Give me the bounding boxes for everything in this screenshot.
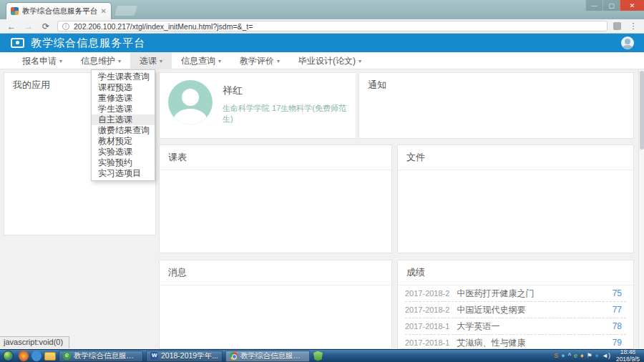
menu-item[interactable]: 选课 ▾ [130, 52, 172, 69]
user-avatar-icon[interactable] [621, 36, 634, 49]
media-player-icon[interactable] [19, 351, 29, 361]
menu-item-label: 教学评价 [240, 55, 274, 67]
caret-down-icon: ▾ [218, 58, 221, 64]
grade-row[interactable]: 2017-2018-2 中国近现代史纲要 77 [405, 302, 626, 318]
grade-term: 2017-2018-1 [405, 338, 449, 347]
grade-term: 2017-2018-2 [405, 305, 449, 314]
tray-icon[interactable]: ● [561, 353, 565, 359]
page-info-icon[interactable]: i [62, 23, 69, 30]
dropdown-item[interactable]: 缴费结果查询 [92, 125, 155, 136]
timetable-panel: 课表 [159, 145, 392, 253]
taskbar-window-label: 教学综合信息服务平... [240, 351, 306, 361]
dropdown-item[interactable]: 实习选项目 [92, 168, 155, 179]
explorer-folder-icon[interactable] [44, 352, 56, 361]
grade-course: 中国近现代史纲要 [457, 304, 612, 316]
tray-icon[interactable]: ♦ [580, 353, 584, 359]
close-icon[interactable]: ✕ [620, 0, 644, 11]
refresh-icon[interactable]: ⟳ [40, 21, 52, 32]
dropdown-item[interactable]: 教材预定 [92, 136, 155, 147]
address-bar[interactable]: i 202.206.100.217/xtgl/index_initMenu.ht… [57, 21, 608, 31]
menu-item-label: 信息查询 [181, 55, 215, 67]
profile-avatar [168, 80, 213, 124]
menu-item[interactable]: 教学评价 ▾ [230, 52, 289, 69]
grade-score: 77 [613, 305, 622, 315]
windows-taskbar: 教学综合信息服务平台 2018-2019学年... 教学综合信息服务平... S… [0, 349, 644, 362]
files-title: 文件 [398, 145, 633, 170]
browser-tabstrip: 教学综合信息服务平台 ✕ — ▢ ✕ [0, 0, 644, 19]
grades-title: 成绩 [398, 260, 633, 285]
screenshot-root: 教学综合信息服务平台 ✕ — ▢ ✕ ← → ⟳ i 202.206.100.2… [0, 0, 644, 362]
back-icon[interactable]: ← [6, 21, 17, 32]
browser-tab[interactable]: 教学综合信息服务平台 ✕ [6, 2, 112, 19]
dropdown-item[interactable]: 学生选课 [92, 104, 155, 114]
menu-item[interactable]: 报名申请 ▾ [13, 52, 72, 69]
menu-item[interactable]: 信息查询 ▾ [172, 52, 230, 69]
student-name: 祥红 [223, 84, 347, 97]
scrollbar-thumb[interactable] [640, 71, 644, 150]
grade-course: 艾滋病、性与健康 [457, 337, 612, 349]
clock-date: 2018/9/5 [616, 356, 640, 362]
menu-item[interactable]: 信息维护 ▾ [72, 52, 130, 69]
messages-panel: 消息 [159, 260, 392, 349]
tray-icon[interactable]: ◄) [602, 353, 610, 359]
platform-logo-icon [11, 38, 24, 48]
caret-down-icon: ▾ [118, 58, 121, 64]
dropdown-item[interactable]: 自主选课 [92, 114, 155, 125]
window-controls: — ▢ ✕ [585, 0, 644, 11]
new-tab-button[interactable] [114, 6, 138, 16]
app-header: 教学综合信息服务平台 [0, 34, 644, 52]
link-status-bar: javascript:void(0) [0, 336, 69, 348]
extension-icon[interactable] [613, 22, 621, 30]
page-scrollbar[interactable] [638, 69, 644, 349]
start-button-icon[interactable] [3, 351, 14, 361]
taskbar-clock[interactable]: 18:48 2018/9/5 [616, 349, 640, 362]
taskbar-buttons: 教学综合信息服务平台 2018-2019学年... 教学综合信息服务平... [57, 351, 311, 362]
chrome-menu-icon[interactable]: ⋮ [628, 21, 638, 31]
grades-panel: 成绩 2017-2018-2 中医药打开健康之门 75 2017-2018-2 … [397, 260, 634, 349]
grade-course: 大学英语一 [457, 321, 612, 333]
tray-icon[interactable]: ^ [568, 353, 571, 359]
dropdown-item[interactable]: 课程预选 [92, 82, 155, 93]
forward-icon[interactable]: → [23, 21, 34, 32]
grade-term: 2017-2018-2 [405, 289, 449, 298]
maximize-icon[interactable]: ▢ [602, 0, 620, 11]
taskbar-window-label: 教学综合信息服务平台 [74, 351, 139, 361]
taskbar-window-button[interactable]: 教学综合信息服务平... [225, 351, 310, 362]
dropdown-item[interactable]: 实验预约 [92, 157, 155, 168]
taskbar-app-icon [150, 352, 158, 360]
taskbar-window-label: 2018-2019学年... [161, 351, 218, 361]
menu-item-label: 选课 [140, 55, 157, 67]
tray-icon[interactable]: e [574, 353, 577, 359]
menu-item[interactable]: 毕业设计(论文) ▾ [289, 52, 371, 69]
caret-down-icon: ▾ [358, 58, 361, 64]
timetable-title: 课表 [160, 145, 391, 170]
messenger-icon[interactable] [31, 351, 42, 361]
dropdown-item[interactable]: 学生课表查询 [92, 72, 155, 82]
tray-icon[interactable]: ⚑ [586, 353, 592, 359]
system-tray: S●^e♦⚑●◄) 18:48 2018/9/5 [552, 349, 644, 362]
antivirus-shield-icon[interactable] [313, 351, 323, 361]
taskbar-window-button[interactable]: 2018-2019学年... [146, 351, 223, 362]
tab-close-icon[interactable]: ✕ [101, 7, 107, 15]
student-class: 生命科学学院 17生物科学(免费师范生) [223, 103, 347, 124]
main-menubar: 报名申请 ▾ 信息维护 ▾ 选课 ▾ 信息查询 ▾ 教学评价 ▾ 毕业设计(论文… [0, 52, 644, 69]
caret-down-icon: ▾ [277, 58, 280, 64]
grade-term: 2017-2018-1 [405, 322, 449, 331]
menu-item-label: 毕业设计(论文) [298, 55, 356, 67]
dropdown-item[interactable]: 重修选课 [92, 93, 155, 104]
minimize-icon[interactable]: — [585, 0, 602, 11]
grade-score: 78 [613, 321, 622, 331]
taskbar-app-icon [63, 352, 71, 360]
tray-icon[interactable]: S [554, 353, 558, 359]
app-title: 教学综合信息服务平台 [31, 36, 145, 50]
grade-row[interactable]: 2017-2018-1 大学英语一 78 [405, 318, 626, 335]
messages-title: 消息 [160, 260, 391, 285]
grade-row[interactable]: 2017-2018-1 艾滋病、性与健康 79 [405, 335, 626, 349]
tray-icon[interactable]: ● [595, 353, 599, 359]
browser-toolbar: ← → ⟳ i 202.206.100.217/xtgl/index_initM… [0, 19, 644, 34]
caret-down-icon: ▾ [160, 58, 162, 64]
dropdown-item[interactable]: 实验选课 [92, 147, 155, 157]
notice-panel: 通知 [358, 72, 634, 139]
grade-row[interactable]: 2017-2018-2 中医药打开健康之门 75 [405, 285, 626, 302]
taskbar-window-button[interactable]: 教学综合信息服务平台 [59, 351, 143, 362]
